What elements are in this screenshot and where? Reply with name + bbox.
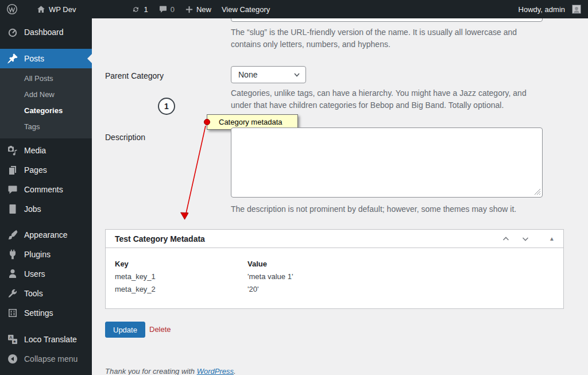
parent-category-label: Parent Category [105, 71, 164, 80]
submenu-item-tags[interactable]: Tags [0, 119, 92, 135]
sidebar-item-label: Jobs [24, 204, 41, 214]
metabox-header[interactable]: Test Category Metadata ▲ [106, 230, 563, 248]
brush-icon [7, 229, 18, 241]
wordpress-logo-icon [6, 3, 18, 15]
view-category-button[interactable]: View Category [216, 0, 275, 18]
sidebar-item-plugins[interactable]: Plugins [0, 245, 92, 264]
document-icon [7, 203, 18, 215]
admin-menu-sidebar: Dashboard Posts All Posts Add New Catego… [0, 18, 92, 375]
svg-text:★: ★ [13, 339, 16, 343]
sidebar-item-label: Comments [24, 185, 63, 194]
footer-credit: Thank you for creating with WordPress. [105, 367, 236, 375]
updates-icon [131, 5, 141, 14]
avatar [572, 5, 581, 14]
sidebar-item-collapse-menu[interactable]: Collapse menu [0, 349, 92, 369]
admin-bar: WP Dev 1 0 New View Category Howdy, admi… [0, 0, 588, 18]
sidebar-item-jobs[interactable]: Jobs [0, 199, 92, 219]
home-icon [36, 5, 46, 14]
metabox-move-down-button[interactable] [519, 232, 532, 246]
update-button[interactable]: Update [105, 322, 145, 338]
sidebar-item-comments[interactable]: Comments [0, 180, 92, 199]
sidebar-item-label: Users [24, 269, 45, 279]
plug-icon [7, 249, 18, 260]
media-icon [7, 145, 18, 156]
new-content-button[interactable]: New [180, 0, 216, 18]
wrench-icon [7, 288, 18, 299]
sidebar-item-label: Posts [24, 54, 44, 63]
submenu-item-add-new[interactable]: Add New [0, 87, 92, 103]
posts-submenu: All Posts Add New Categories Tags [0, 68, 92, 138]
view-category-label: View Category [222, 5, 270, 14]
sidebar-item-loco-translate[interactable]: A★ Loco Translate [0, 330, 92, 349]
metabox-toggle-button[interactable]: ▲ [545, 232, 559, 246]
chevron-up-icon [502, 235, 510, 243]
user-icon [7, 268, 18, 280]
sidebar-item-label: Collapse menu [24, 354, 78, 364]
meta-key-cell: meta_key_1 [115, 272, 247, 281]
submenu-item-all-posts[interactable]: All Posts [0, 71, 92, 87]
annotation-step-number: 1 [164, 102, 169, 111]
sidebar-item-users[interactable]: Users [0, 264, 92, 284]
sidebar-item-label: Settings [24, 308, 53, 318]
svg-text:A: A [9, 335, 12, 340]
sidebar-item-appearance[interactable]: Appearance [0, 225, 92, 245]
translate-icon: A★ [7, 334, 18, 345]
annotation-tooltip-text: Category metadata [219, 118, 283, 126]
footer-text: Thank you for creating with [105, 367, 197, 375]
updates-button[interactable]: 1 [126, 0, 153, 18]
sidebar-item-media[interactable]: Media [0, 141, 92, 160]
sidebar-item-tools[interactable]: Tools [0, 284, 92, 303]
comment-bubble-icon [158, 5, 168, 14]
description-textarea[interactable] [231, 127, 543, 198]
submenu-item-categories[interactable]: Categories [0, 103, 92, 119]
column-header-value: Value [247, 260, 267, 268]
howdy-label: Howdy, admin [519, 5, 565, 14]
description-help-text: The description is not prominent by defa… [231, 203, 544, 215]
pushpin-icon [7, 53, 18, 64]
sidebar-item-pages[interactable]: Pages [0, 160, 92, 180]
speech-bubble-icon [7, 184, 18, 195]
sidebar-item-settings[interactable]: Settings [0, 303, 92, 323]
table-row: meta_key_2 '20' [115, 283, 293, 295]
sidebar-item-label: Appearance [24, 230, 68, 239]
dashboard-icon [7, 26, 18, 38]
sidebar-item-label: Media [24, 146, 46, 155]
sidebar-item-dashboard[interactable]: Dashboard [0, 22, 92, 42]
sidebar-item-label: Plugins [24, 250, 51, 259]
updates-count: 1 [144, 5, 148, 14]
plus-icon [185, 5, 194, 14]
parent-category-selected-value: None [238, 70, 257, 79]
site-name-label: WP Dev [49, 5, 76, 14]
chevron-down-icon [521, 235, 529, 243]
pages-icon [7, 164, 18, 176]
parent-category-select[interactable]: None [231, 66, 306, 83]
metabox-move-up-button[interactable] [499, 232, 513, 246]
wordpress-logo-button[interactable] [0, 0, 23, 18]
meta-key-cell: meta_key_2 [115, 285, 247, 293]
site-name-button[interactable]: WP Dev [31, 0, 81, 18]
my-account-button[interactable]: Howdy, admin [513, 0, 588, 18]
table-row: meta_key_1 'meta value 1' [115, 270, 293, 283]
settings-icon [7, 307, 18, 319]
metadata-table-header: Key Value [115, 257, 293, 270]
parent-category-help-text: Categories, unlike tags, can have a hier… [231, 87, 544, 111]
sidebar-item-label: Tools [24, 289, 43, 298]
comments-button[interactable]: 0 [153, 0, 180, 18]
footer-period: . [234, 367, 236, 375]
metadata-table: Key Value meta_key_1 'meta value 1' meta… [115, 257, 293, 295]
metabox-title: Test Category Metadata [115, 234, 205, 243]
wordpress-link[interactable]: WordPress [197, 367, 234, 375]
new-label: New [196, 5, 211, 14]
sidebar-item-label: Dashboard [24, 28, 64, 37]
delete-link[interactable]: Delete [149, 325, 171, 334]
sidebar-item-posts[interactable]: Posts [0, 49, 92, 68]
metabox-test-category-metadata: Test Category Metadata ▲ Key Value meta_… [105, 229, 564, 309]
column-header-key: Key [115, 260, 247, 268]
meta-value-cell: '20' [247, 285, 258, 293]
sidebar-item-label: Loco Translate [24, 335, 77, 344]
annotation-anchor-dot [204, 119, 210, 125]
slug-help-text: The “slug” is the URL-friendly version o… [231, 26, 544, 51]
main-content: Slug The “slug” is the URL-friendly vers… [92, 0, 588, 375]
description-label: Description [105, 133, 145, 142]
annotation-step-badge: 1 [158, 98, 175, 115]
